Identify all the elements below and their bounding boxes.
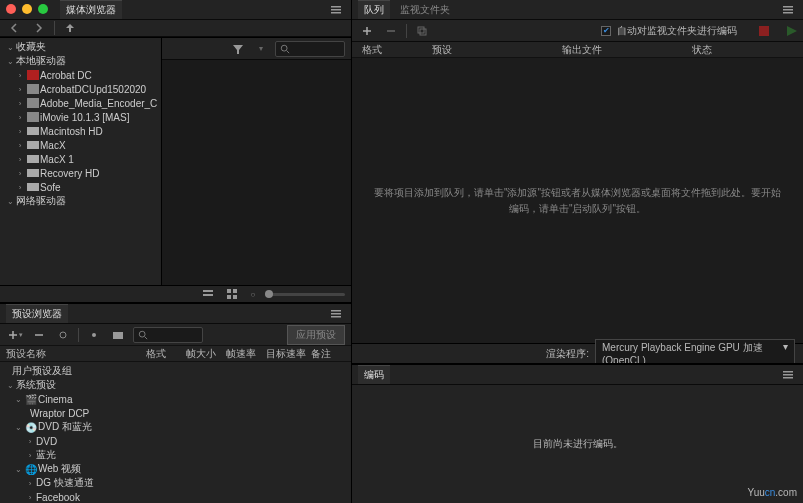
preset-browser-tab[interactable]: 预设浏览器 [6, 304, 68, 323]
drive-item[interactable]: ›Recovery HD [0, 166, 161, 180]
encoding-tab[interactable]: 编码 [358, 365, 390, 384]
media-view-bar: ○ [0, 285, 351, 302]
svg-rect-2 [331, 12, 341, 14]
drive-item[interactable]: ›iMovie 10.1.3 [MAS] [0, 110, 161, 124]
list-view-icon[interactable] [199, 286, 217, 302]
col-output: 输出文件 [562, 43, 692, 57]
drive-item[interactable]: ›AcrobatDCUpd1502020 [0, 82, 161, 96]
package-icon [26, 83, 40, 95]
network-drives-group[interactable]: ⌄网络驱动器 [0, 194, 161, 208]
svg-rect-4 [27, 70, 39, 80]
disk-icon [26, 181, 40, 193]
preset-group[interactable]: 用户预设及组 [0, 364, 351, 378]
preset-item[interactable]: ›蓝光 [0, 448, 351, 462]
add-source-icon[interactable] [358, 23, 376, 39]
settings-icon[interactable] [85, 327, 103, 343]
svg-rect-34 [783, 374, 793, 376]
svg-rect-19 [227, 295, 231, 299]
col-preset: 预设 [432, 43, 562, 57]
queue-columns-header: 格式 预设 输出文件 状态 [352, 42, 803, 58]
stop-button[interactable] [759, 26, 769, 36]
queue-toolbar: ✔ 自动对监视文件夹进行编码 [352, 20, 803, 42]
preset-tree: 用户预设及组 ⌄系统预设 ⌄🎬Cinema Wraptor DCP ⌄💿DVD … [0, 362, 351, 503]
svg-rect-23 [331, 316, 341, 318]
svg-rect-31 [418, 27, 424, 33]
close-window-button[interactable] [6, 4, 16, 14]
svg-rect-10 [27, 155, 39, 163]
svg-rect-32 [420, 29, 426, 35]
preset-group[interactable]: ⌄系统预设 [0, 378, 351, 392]
col-status: 状态 [692, 43, 712, 57]
queue-drop-area[interactable]: 要将项目添加到队列，请单击"添加源"按钮或者从媒体浏览器或桌面将文件拖到此处。要… [352, 58, 803, 343]
drive-item[interactable]: ›Macintosh HD [0, 124, 161, 138]
svg-rect-35 [783, 377, 793, 379]
preset-item[interactable]: ›DG 快速通道 [0, 476, 351, 490]
queue-tab[interactable]: 队列 [358, 0, 390, 19]
preset-group[interactable]: ⌄🎬Cinema [0, 392, 351, 406]
duplicate-icon[interactable] [413, 23, 431, 39]
encoding-header: 编码 [352, 365, 803, 385]
svg-rect-1 [331, 9, 341, 11]
media-browser-toolbar [0, 20, 351, 37]
nav-forward-icon[interactable] [30, 20, 48, 36]
panel-menu-icon[interactable] [779, 367, 797, 383]
watch-folder-tab[interactable]: 监视文件夹 [394, 1, 456, 19]
svg-rect-11 [27, 169, 39, 177]
new-folder-icon[interactable] [109, 327, 127, 343]
svg-rect-29 [783, 9, 793, 11]
film-icon: 🎬 [24, 393, 38, 405]
thumb-view-icon[interactable] [223, 286, 241, 302]
minimize-window-button[interactable] [22, 4, 32, 14]
svg-rect-8 [27, 127, 39, 135]
drive-item[interactable]: ›MacX [0, 138, 161, 152]
svg-point-26 [139, 331, 145, 337]
svg-rect-28 [783, 6, 793, 8]
preset-group[interactable]: ⌄💿DVD 和蓝光 [0, 420, 351, 434]
disk-icon [26, 153, 40, 165]
svg-point-24 [92, 333, 96, 337]
svg-rect-7 [27, 112, 39, 122]
drive-item[interactable]: ›MacX 1 [0, 152, 161, 166]
preset-toolbar: ▾ 应用预设 [0, 324, 351, 346]
zoom-slider[interactable] [265, 293, 345, 296]
drive-item[interactable]: ›Acrobat DC [0, 68, 161, 82]
media-search-input[interactable] [275, 41, 345, 57]
preset-search-input[interactable] [133, 327, 203, 343]
svg-rect-5 [27, 84, 39, 94]
drive-item[interactable]: ›Adobe_Media_Encoder_C [0, 96, 161, 110]
filter-icon[interactable] [229, 41, 247, 57]
queue-empty-message: 要将项目添加到队列，请单击"添加源"按钮或者从媒体浏览器或桌面将文件拖到此处。要… [372, 185, 783, 217]
remove-preset-icon[interactable] [30, 327, 48, 343]
media-browser-tab[interactable]: 媒体浏览器 [60, 0, 122, 19]
drive-item[interactable]: ›Sofe [0, 180, 161, 194]
panel-menu-icon[interactable] [327, 2, 345, 18]
renderer-label: 渲染程序: [546, 347, 589, 361]
globe-icon: 🌐 [24, 463, 38, 475]
remove-icon[interactable] [382, 23, 400, 39]
preset-group[interactable]: ⌄🌐Web 视频 [0, 462, 351, 476]
apply-preset-button[interactable]: 应用预设 [287, 325, 345, 345]
start-queue-button[interactable] [787, 26, 797, 36]
nav-back-icon[interactable] [6, 20, 24, 36]
sync-icon[interactable] [54, 327, 72, 343]
local-drives-group[interactable]: ⌄本地驱动器 [0, 54, 161, 68]
auto-encode-checkbox[interactable]: ✔ [601, 26, 611, 36]
preset-item[interactable]: ›Facebook [0, 490, 351, 503]
maximize-window-button[interactable] [38, 4, 48, 14]
favorites-group[interactable]: ⌄收藏夹 [0, 40, 161, 54]
window-traffic-lights [6, 4, 48, 14]
package-icon [26, 97, 40, 109]
panel-menu-icon[interactable] [327, 306, 345, 322]
nav-up-icon[interactable] [61, 20, 79, 36]
svg-rect-15 [203, 290, 213, 292]
col-size: 帧大小 [186, 347, 226, 361]
svg-rect-12 [27, 183, 39, 191]
svg-rect-3 [69, 27, 71, 32]
preset-item[interactable]: Wraptor DCP [0, 406, 351, 420]
panel-menu-icon[interactable] [779, 2, 797, 18]
add-preset-icon[interactable]: ▾ [6, 327, 24, 343]
preset-item[interactable]: ›DVD [0, 434, 351, 448]
svg-rect-9 [27, 141, 39, 149]
disk-icon [26, 139, 40, 151]
svg-line-14 [287, 50, 290, 53]
